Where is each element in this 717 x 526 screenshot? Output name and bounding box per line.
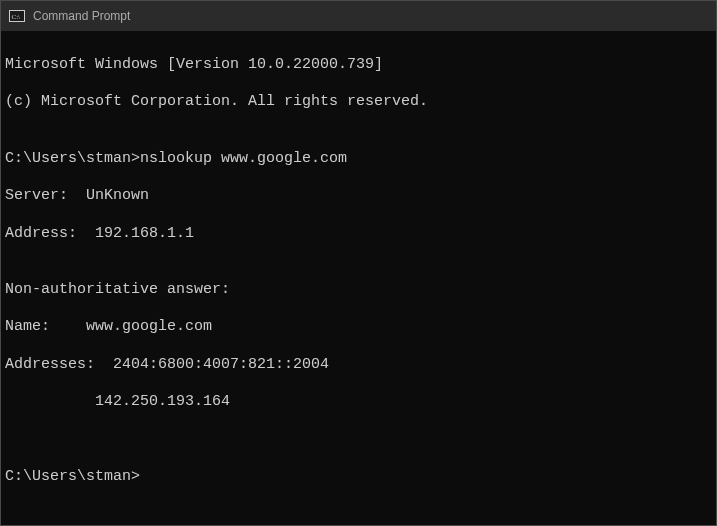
cmd-icon: C:\: [9, 8, 25, 24]
nonauth-line: Non-authoritative answer:: [5, 281, 712, 300]
command-input[interactable]: [140, 468, 712, 487]
prompt-path: C:\Users\stman>: [5, 468, 140, 487]
copyright-line: (c) Microsoft Corporation. All rights re…: [5, 93, 712, 112]
prompt-path: C:\Users\stman>: [5, 150, 140, 167]
entered-command: nslookup www.google.com: [140, 150, 347, 167]
server-line: Server: UnKnown: [5, 187, 712, 206]
addresses-line-1: Addresses: 2404:6800:4007:821::2004: [5, 356, 712, 375]
terminal-output[interactable]: Microsoft Windows [Version 10.0.22000.73…: [1, 31, 716, 525]
svg-text:C:\: C:\: [12, 13, 21, 21]
name-line: Name: www.google.com: [5, 318, 712, 337]
addresses-line-2: 142.250.193.164: [5, 393, 712, 412]
command-line-1: C:\Users\stman>nslookup www.google.com: [5, 150, 712, 169]
command-prompt-window: C:\ Command Prompt Microsoft Windows [Ve…: [0, 0, 717, 526]
titlebar[interactable]: C:\ Command Prompt: [1, 1, 716, 31]
window-title: Command Prompt: [33, 9, 130, 23]
current-prompt-line[interactable]: C:\Users\stman>: [5, 468, 712, 487]
address-line: Address: 192.168.1.1: [5, 225, 712, 244]
os-version-line: Microsoft Windows [Version 10.0.22000.73…: [5, 56, 712, 75]
